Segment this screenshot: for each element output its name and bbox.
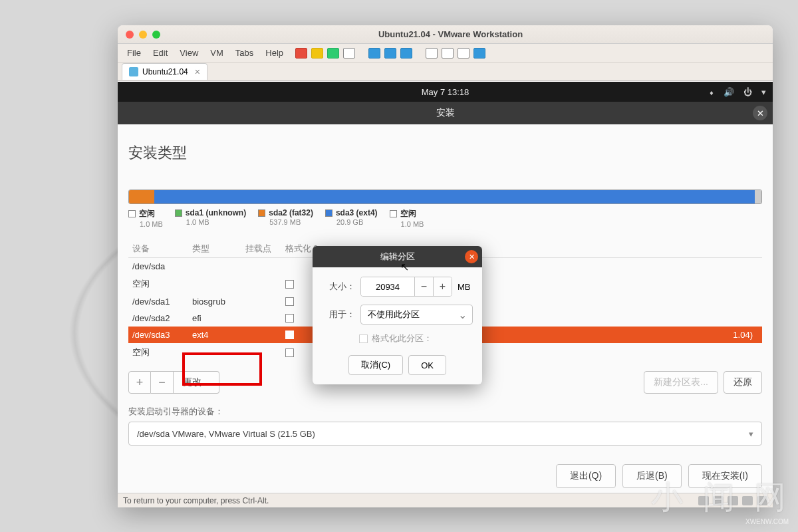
boot-device-select[interactable]: /dev/sda VMware, VMware Virtual S (21.5 … xyxy=(128,422,762,446)
console-icon[interactable] xyxy=(442,48,454,59)
boot-device-label: 安装启动引导器的设备： xyxy=(128,406,762,418)
remove-partition-button[interactable]: − xyxy=(151,371,174,394)
installer-close-icon[interactable]: ✕ xyxy=(753,106,767,120)
status-net-icon[interactable] xyxy=(728,496,738,505)
fullscreen-icon[interactable] xyxy=(458,48,469,59)
chevron-down-icon[interactable]: ▾ xyxy=(761,87,766,97)
tab-label: Ubuntu21.04 xyxy=(142,67,188,76)
restart-icon[interactable] xyxy=(343,48,355,59)
ok-button[interactable]: OK xyxy=(408,355,446,375)
unity-icon[interactable] xyxy=(426,48,438,59)
snapshot-mgr-icon[interactable] xyxy=(384,48,396,59)
legend-item: sda1 (unknown)1.0 MB xyxy=(175,208,246,228)
power-icon[interactable]: ⏻ xyxy=(743,87,752,97)
vm-status-bar: To return to your computer, press Ctrl-A… xyxy=(118,493,773,507)
power-off-icon[interactable] xyxy=(295,48,307,59)
use-label: 用于： xyxy=(322,309,355,321)
window-title: Ubuntu21.04 - VMware Workstation xyxy=(168,29,733,39)
menu-edit[interactable]: Edit xyxy=(148,45,173,61)
tab-ubuntu[interactable]: Ubuntu21.04 × xyxy=(122,63,207,80)
clock: May 7 13:18 xyxy=(422,87,469,97)
col-type: 类型 xyxy=(192,243,245,255)
increment-button[interactable]: + xyxy=(433,277,452,296)
status-disk-icon[interactable] xyxy=(698,496,709,505)
format-checkbox[interactable] xyxy=(285,297,294,306)
tab-close-icon[interactable]: × xyxy=(195,66,200,77)
cancel-button[interactable]: 取消(C) xyxy=(348,355,403,375)
back-button[interactable]: 后退(B) xyxy=(622,464,682,488)
network-icon[interactable]: ⬧ xyxy=(709,87,714,97)
vm-icon xyxy=(129,67,138,76)
change-button[interactable]: 更改... xyxy=(174,371,219,394)
status-usb-icon[interactable] xyxy=(742,496,753,505)
close-icon[interactable] xyxy=(126,31,134,39)
use-as-select[interactable]: 不使用此分区 xyxy=(360,305,473,325)
new-table-button[interactable]: 新建分区表... xyxy=(644,371,718,394)
col-device: 设备 xyxy=(132,243,192,255)
partition-seg-sda3[interactable] xyxy=(154,190,755,203)
quit-button[interactable]: 退出(Q) xyxy=(556,464,616,488)
gnome-topbar[interactable]: May 7 13:18 ⬧ 🔊 ⏻ ▾ xyxy=(118,82,773,102)
library-icon[interactable] xyxy=(473,48,485,59)
format-checkbox[interactable] xyxy=(285,280,294,289)
vm-titlebar[interactable]: Ubuntu21.04 - VMware Workstation xyxy=(118,25,773,44)
vm-tabbar: Ubuntu21.04 × xyxy=(118,63,773,81)
snapshot-icon[interactable] xyxy=(368,48,380,59)
installer-titlebar: 安装 ✕ xyxy=(118,102,773,124)
size-stepper[interactable]: − + xyxy=(360,277,452,297)
format-checkbox xyxy=(359,334,368,343)
minimize-icon[interactable] xyxy=(139,31,147,39)
watermark-sub: XWENW.COM xyxy=(745,518,789,525)
install-now-button[interactable]: 现在安装(I) xyxy=(688,464,762,488)
format-checkbox[interactable] xyxy=(285,314,294,323)
legend-item: sda3 (ext4)20.9 GB xyxy=(325,208,378,228)
power-on-icon[interactable] xyxy=(327,48,339,59)
add-partition-button[interactable]: + xyxy=(128,371,151,394)
legend-item: 空闲1.0 MB xyxy=(390,208,424,228)
format-checkbox-row: 格式化此分区： xyxy=(359,332,473,344)
legend-item: 空闲1.0 MB xyxy=(128,208,163,228)
format-checkbox[interactable] xyxy=(285,331,294,339)
page-title: 安装类型 xyxy=(128,143,762,163)
partition-legend: 空闲1.0 MB sda1 (unknown)1.0 MB sda2 (fat3… xyxy=(128,208,762,228)
menu-file[interactable]: File xyxy=(122,45,146,61)
partition-seg-sda2[interactable] xyxy=(129,190,154,203)
screenshot-icon[interactable] xyxy=(400,48,412,59)
size-unit: MB xyxy=(458,282,471,292)
menu-tabs[interactable]: Tabs xyxy=(230,45,259,61)
status-text: To return to your computer, press Ctrl-A… xyxy=(123,496,269,505)
status-sound-icon[interactable] xyxy=(757,496,767,505)
partition-bar[interactable] xyxy=(128,190,762,204)
dialog-titlebar[interactable]: 编辑分区 ✕ xyxy=(313,246,482,267)
vm-menubar: File Edit View VM Tabs Help xyxy=(118,44,773,63)
edit-partition-dialog: 编辑分区 ✕ 大小： − + MB 用于： 不使用此分区 格式化此分区： 取消(… xyxy=(313,246,482,384)
suspend-icon[interactable] xyxy=(311,48,323,59)
size-label: 大小： xyxy=(322,281,355,293)
format-checkbox[interactable] xyxy=(285,348,294,357)
volume-icon[interactable]: 🔊 xyxy=(724,87,734,97)
zoom-icon[interactable] xyxy=(152,31,160,39)
status-cd-icon[interactable] xyxy=(713,496,724,505)
revert-button[interactable]: 还原 xyxy=(724,371,762,394)
menu-view[interactable]: View xyxy=(174,45,203,61)
menu-vm[interactable]: VM xyxy=(205,45,229,61)
installer-title: 安装 xyxy=(436,107,455,119)
menu-help[interactable]: Help xyxy=(260,45,289,61)
dialog-close-icon[interactable]: ✕ xyxy=(465,250,478,263)
col-mount: 挂载点 xyxy=(245,243,285,255)
decrement-button[interactable]: − xyxy=(414,277,433,296)
size-input[interactable] xyxy=(361,277,414,296)
legend-item: sda2 (fat32)537.9 MB xyxy=(258,208,313,228)
partition-seg-free xyxy=(755,190,761,203)
